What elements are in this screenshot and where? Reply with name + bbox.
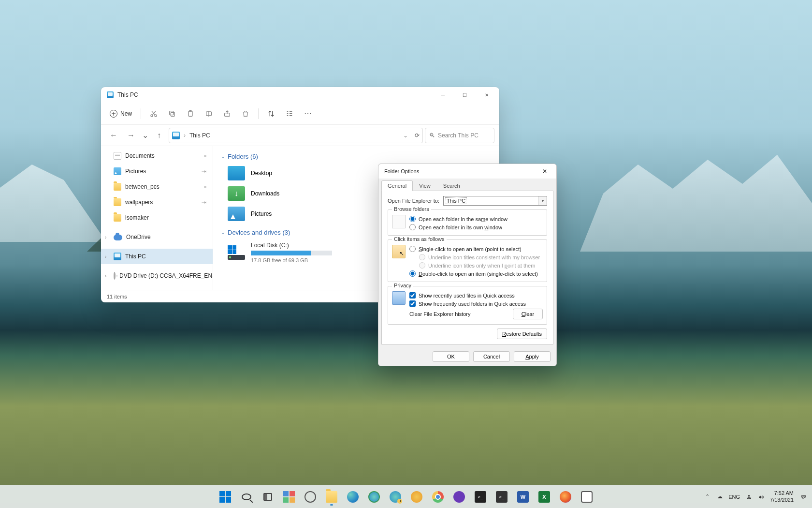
radio-underline-browser: Underline icon titles consistent with my…	[409, 253, 543, 261]
pin-icon: 📌︎	[200, 183, 208, 191]
window-title: This PC	[117, 91, 138, 98]
network-icon[interactable]: 🖧︎	[745, 493, 753, 501]
document-icon	[114, 152, 121, 160]
chevron-down-icon: ⌄	[221, 154, 225, 159]
sidebar-item-onedrive[interactable]: ›OneDrive	[101, 229, 213, 245]
svg-rect-3	[170, 111, 174, 115]
onedrive-tray-icon[interactable]: ☁	[716, 493, 724, 501]
tab-search[interactable]: Search	[437, 180, 466, 191]
cancel-button[interactable]: Cancel	[473, 351, 510, 362]
edge-dev-button[interactable]: D	[386, 487, 405, 507]
ok-button[interactable]: OK	[433, 351, 469, 362]
open-to-dropdown[interactable]: This PC ▾	[443, 196, 547, 206]
sidebar-item-this-pc[interactable]: ›This PC	[101, 249, 213, 264]
clock[interactable]: 7:52 AM 7/13/2021	[770, 490, 794, 503]
new-button[interactable]: New	[105, 107, 137, 120]
group-header-folders[interactable]: ⌄Folders (6)	[219, 148, 493, 163]
view-button[interactable]	[281, 106, 298, 121]
group-privacy: Privacy Show recently used files in Quic…	[388, 286, 547, 325]
edge-button[interactable]	[343, 487, 362, 507]
sidebar-item-documents[interactable]: Documents📌︎	[101, 148, 213, 164]
more-button[interactable]: ⋯	[299, 106, 317, 121]
dvd-icon	[114, 272, 116, 280]
chevron-down-icon: ⌄	[221, 230, 225, 235]
settings-button[interactable]	[301, 487, 320, 507]
search-box[interactable]: 🔍︎ Search This PC	[425, 128, 494, 143]
pin-icon: 📌︎	[200, 198, 208, 206]
sidebar-item-wallpapers[interactable]: wallpapers📌︎	[101, 194, 213, 210]
edge-canary-button[interactable]	[407, 487, 426, 507]
cut-button[interactable]	[145, 106, 162, 121]
paste-button[interactable]	[182, 106, 199, 121]
up-button[interactable]: ↑	[151, 128, 167, 143]
back-button[interactable]: ←	[106, 128, 121, 143]
terminal-button[interactable]	[471, 487, 490, 507]
file-explorer-button[interactable]	[322, 487, 341, 507]
firefox-button[interactable]	[556, 487, 575, 507]
sidebar-item-pictures[interactable]: Pictures📌︎	[101, 164, 213, 179]
folder-icon	[114, 198, 121, 206]
radio-same-window[interactable]: Open each folder in the same window	[409, 215, 543, 223]
privacy-icon	[392, 291, 406, 305]
cmd-button[interactable]	[492, 487, 511, 507]
maximize-button[interactable]: ☐	[454, 88, 476, 102]
breadcrumb[interactable]: This PC	[189, 132, 210, 139]
apply-button[interactable]: Apply	[514, 351, 551, 362]
tab-general[interactable]: General	[381, 180, 413, 191]
pictures-icon	[114, 167, 121, 175]
drive-name: Local Disk (C:)	[251, 242, 332, 249]
titlebar[interactable]: This PC ─ ☐ ✕	[101, 87, 499, 103]
capacity-bar	[251, 251, 332, 255]
chevron-down-icon[interactable]: ⌄	[403, 132, 408, 139]
chevron-right-icon[interactable]: ›	[105, 273, 106, 279]
svg-rect-2	[171, 112, 174, 116]
taskbar: D ⌃ ☁ ENG 🖧︎ 🔊︎ 7:52 AM 7/13/2021 💬︎	[0, 485, 812, 508]
snipping-tool-button[interactable]	[577, 487, 596, 507]
chrome-button[interactable]	[428, 487, 448, 507]
widgets-button[interactable]	[279, 487, 299, 507]
edge-beta-button[interactable]	[364, 487, 384, 507]
clear-button[interactable]: Clear	[513, 309, 543, 319]
dialog-titlebar[interactable]: Folder Options ✕	[378, 164, 556, 179]
minimize-button[interactable]: ─	[432, 88, 454, 102]
tray-overflow-button[interactable]: ⌃	[703, 493, 711, 501]
close-button[interactable]: ✕	[535, 164, 554, 178]
desktop-icon	[228, 166, 245, 180]
excel-button[interactable]	[535, 487, 554, 507]
chevron-down-icon[interactable]: ▾	[538, 196, 547, 205]
word-button[interactable]	[513, 487, 533, 507]
delete-button[interactable]	[237, 106, 254, 121]
restore-defaults-button[interactable]: Restore Defaults	[497, 329, 547, 339]
recent-button[interactable]: ⌄	[141, 128, 149, 143]
radio-double-click[interactable]: Double-click to open an item (single-cli…	[409, 269, 543, 278]
check-frequent-folders[interactable]: Show frequently used folders in Quick ac…	[409, 299, 543, 308]
volume-icon[interactable]: 🔊︎	[757, 493, 765, 501]
copy-button[interactable]	[163, 106, 181, 121]
refresh-button[interactable]: ⟳	[415, 132, 420, 139]
address-bar[interactable]: › This PC ⌄ ⟳	[169, 128, 423, 143]
rename-button[interactable]	[200, 106, 218, 121]
forward-button[interactable]: →	[123, 128, 139, 143]
sidebar-item-between-pcs[interactable]: between_pcs📌︎	[101, 179, 213, 194]
language-button[interactable]: ENG	[728, 494, 740, 500]
share-button[interactable]	[218, 106, 236, 121]
insider-button[interactable]	[450, 487, 469, 507]
tab-view[interactable]: View	[413, 180, 437, 191]
sidebar: Documents📌︎ Pictures📌︎ between_pcs📌︎ wal…	[101, 146, 213, 290]
chevron-right-icon[interactable]: ›	[105, 235, 106, 240]
chevron-right-icon[interactable]: ›	[105, 254, 106, 259]
plus-icon	[110, 110, 117, 118]
close-button[interactable]: ✕	[476, 88, 497, 102]
radio-own-window[interactable]: Open each folder in its own window	[409, 223, 543, 231]
radio-single-click[interactable]: Single-click to open an item (point to s…	[409, 245, 543, 253]
folder-icon	[114, 183, 121, 191]
check-recent-files[interactable]: Show recently used files in Quick access	[409, 291, 543, 299]
sort-button[interactable]	[262, 106, 280, 121]
task-view-button[interactable]	[258, 487, 277, 507]
sidebar-item-isomaker[interactable]: isomaker	[101, 210, 213, 225]
folder-icon	[114, 214, 121, 222]
search-button[interactable]	[237, 487, 256, 507]
start-button[interactable]	[216, 487, 235, 507]
sidebar-item-dvd-drive[interactable]: ›DVD Drive (D:) CCSA_X64FRE_EN-U	[101, 268, 213, 284]
notifications-button[interactable]: 💬︎	[798, 493, 808, 501]
